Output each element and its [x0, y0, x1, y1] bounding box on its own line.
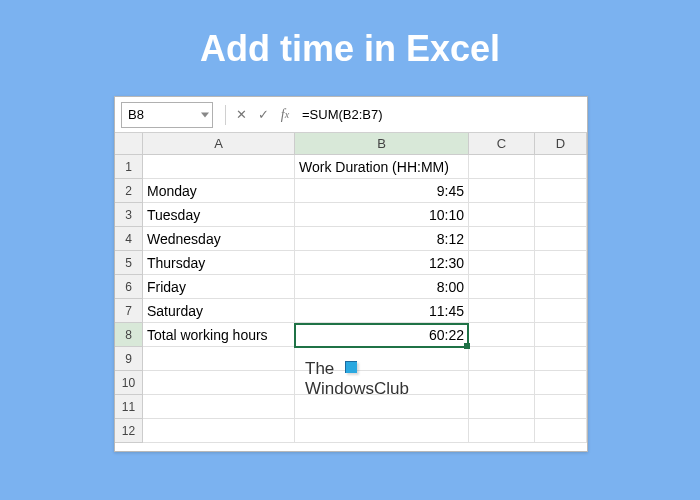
cell[interactable]: [535, 179, 587, 203]
cell[interactable]: [469, 203, 535, 227]
row-header[interactable]: 6: [115, 275, 143, 299]
cell[interactable]: [469, 179, 535, 203]
cell[interactable]: [535, 299, 587, 323]
cell[interactable]: Thursday: [143, 251, 295, 275]
col-header-a[interactable]: A: [143, 133, 295, 155]
cell[interactable]: [469, 299, 535, 323]
row-header[interactable]: 11: [115, 395, 143, 419]
spreadsheet-grid: A B C D 1 Work Duration (HH:MM) 2 Monday…: [115, 133, 587, 443]
cell[interactable]: [535, 419, 587, 443]
cell[interactable]: Work Duration (HH:MM): [295, 155, 469, 179]
formula-input[interactable]: [296, 102, 587, 128]
divider: [225, 105, 226, 125]
cell-active[interactable]: 60:22: [295, 323, 469, 347]
page-title: Add time in Excel: [0, 0, 700, 92]
select-all-corner[interactable]: [115, 133, 143, 155]
cell[interactable]: [469, 155, 535, 179]
excel-window: B8 fx A B C D 1 Work Duration (HH:MM): [114, 96, 588, 452]
cell[interactable]: Monday: [143, 179, 295, 203]
cell[interactable]: 8:12: [295, 227, 469, 251]
formula-bar: B8 fx: [115, 97, 587, 133]
cell[interactable]: [535, 395, 587, 419]
name-box-value: B8: [128, 107, 144, 122]
cell[interactable]: [535, 275, 587, 299]
watermark-line2: WindowsClub: [305, 379, 409, 398]
cell[interactable]: [469, 347, 535, 371]
cell[interactable]: Wednesday: [143, 227, 295, 251]
cell[interactable]: [535, 347, 587, 371]
cell[interactable]: [295, 419, 469, 443]
col-header-c[interactable]: C: [469, 133, 535, 155]
column-headers: A B C D: [115, 133, 587, 155]
cell[interactable]: 10:10: [295, 203, 469, 227]
cell[interactable]: [535, 227, 587, 251]
row-header[interactable]: 2: [115, 179, 143, 203]
cell[interactable]: 12:30: [295, 251, 469, 275]
cell[interactable]: [143, 155, 295, 179]
row-header[interactable]: 1: [115, 155, 143, 179]
cell[interactable]: [535, 251, 587, 275]
cell[interactable]: [469, 419, 535, 443]
row-header[interactable]: 4: [115, 227, 143, 251]
cell[interactable]: [469, 395, 535, 419]
cell[interactable]: Tuesday: [143, 203, 295, 227]
cell[interactable]: [469, 371, 535, 395]
row-header[interactable]: 8: [115, 323, 143, 347]
row-header[interactable]: 7: [115, 299, 143, 323]
cell[interactable]: [535, 155, 587, 179]
cell[interactable]: [143, 419, 295, 443]
cell[interactable]: [469, 323, 535, 347]
col-header-d[interactable]: D: [535, 133, 587, 155]
cell[interactable]: [535, 323, 587, 347]
col-header-b[interactable]: B: [295, 133, 469, 155]
watermark: The WindowsClub: [305, 359, 409, 398]
cell[interactable]: Friday: [143, 275, 295, 299]
row-header[interactable]: 12: [115, 419, 143, 443]
row-header[interactable]: 3: [115, 203, 143, 227]
cell[interactable]: 11:45: [295, 299, 469, 323]
row-header[interactable]: 9: [115, 347, 143, 371]
cell[interactable]: [295, 395, 469, 419]
name-box[interactable]: B8: [121, 102, 213, 128]
cell[interactable]: [469, 227, 535, 251]
cell[interactable]: [469, 275, 535, 299]
row-header[interactable]: 5: [115, 251, 143, 275]
cell[interactable]: [469, 251, 535, 275]
chevron-down-icon[interactable]: [201, 112, 209, 117]
cell[interactable]: 9:45: [295, 179, 469, 203]
cancel-icon[interactable]: [230, 102, 252, 128]
row-header[interactable]: 10: [115, 371, 143, 395]
logo-square-icon: [345, 361, 357, 373]
watermark-line1: The: [305, 359, 334, 378]
cell[interactable]: [143, 395, 295, 419]
cell[interactable]: [143, 347, 295, 371]
cell[interactable]: [143, 371, 295, 395]
cell[interactable]: [535, 371, 587, 395]
fx-icon[interactable]: fx: [274, 102, 296, 128]
cell[interactable]: [535, 203, 587, 227]
cell[interactable]: Total working hours: [143, 323, 295, 347]
cell[interactable]: 8:00: [295, 275, 469, 299]
enter-icon[interactable]: [252, 102, 274, 128]
cell[interactable]: Saturday: [143, 299, 295, 323]
rows: 1 Work Duration (HH:MM) 2 Monday 9:45 3 …: [115, 155, 587, 443]
